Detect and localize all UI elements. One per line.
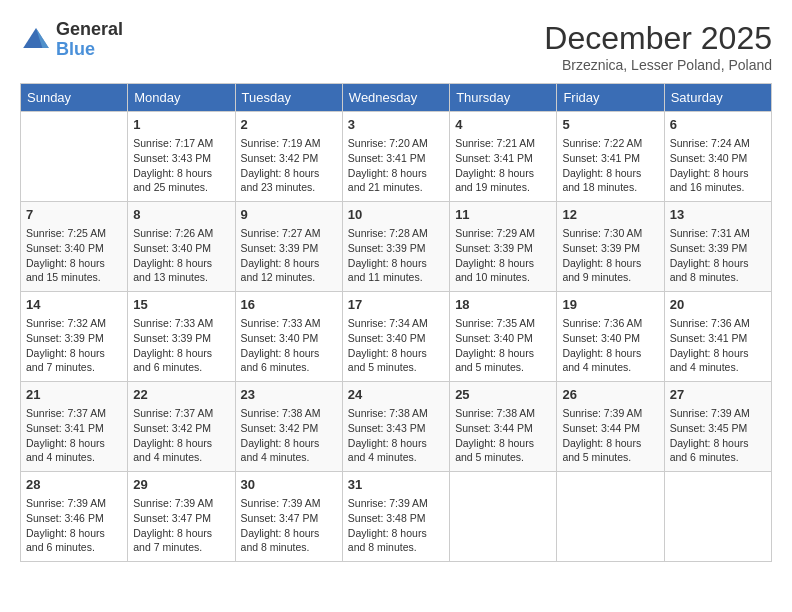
day-header-saturday: Saturday (664, 84, 771, 112)
day-info: Sunrise: 7:27 AM Sunset: 3:39 PM Dayligh… (241, 226, 337, 285)
calendar-cell: 8Sunrise: 7:26 AM Sunset: 3:40 PM Daylig… (128, 202, 235, 292)
calendar-cell: 21Sunrise: 7:37 AM Sunset: 3:41 PM Dayli… (21, 382, 128, 472)
day-number: 3 (348, 116, 444, 134)
calendar-cell: 28Sunrise: 7:39 AM Sunset: 3:46 PM Dayli… (21, 472, 128, 562)
calendar-table: SundayMondayTuesdayWednesdayThursdayFrid… (20, 83, 772, 562)
calendar-cell: 26Sunrise: 7:39 AM Sunset: 3:44 PM Dayli… (557, 382, 664, 472)
calendar-cell: 11Sunrise: 7:29 AM Sunset: 3:39 PM Dayli… (450, 202, 557, 292)
calendar-cell: 25Sunrise: 7:38 AM Sunset: 3:44 PM Dayli… (450, 382, 557, 472)
day-info: Sunrise: 7:30 AM Sunset: 3:39 PM Dayligh… (562, 226, 658, 285)
day-number: 29 (133, 476, 229, 494)
calendar-cell: 30Sunrise: 7:39 AM Sunset: 3:47 PM Dayli… (235, 472, 342, 562)
calendar-cell: 2Sunrise: 7:19 AM Sunset: 3:42 PM Daylig… (235, 112, 342, 202)
day-info: Sunrise: 7:36 AM Sunset: 3:40 PM Dayligh… (562, 316, 658, 375)
day-info: Sunrise: 7:33 AM Sunset: 3:40 PM Dayligh… (241, 316, 337, 375)
day-info: Sunrise: 7:39 AM Sunset: 3:48 PM Dayligh… (348, 496, 444, 555)
day-info: Sunrise: 7:24 AM Sunset: 3:40 PM Dayligh… (670, 136, 766, 195)
month-title: December 2025 (544, 20, 772, 57)
calendar-cell: 12Sunrise: 7:30 AM Sunset: 3:39 PM Dayli… (557, 202, 664, 292)
location-subtitle: Brzeznica, Lesser Poland, Poland (544, 57, 772, 73)
calendar-cell: 4Sunrise: 7:21 AM Sunset: 3:41 PM Daylig… (450, 112, 557, 202)
day-number: 27 (670, 386, 766, 404)
day-info: Sunrise: 7:22 AM Sunset: 3:41 PM Dayligh… (562, 136, 658, 195)
day-info: Sunrise: 7:20 AM Sunset: 3:41 PM Dayligh… (348, 136, 444, 195)
calendar-cell: 20Sunrise: 7:36 AM Sunset: 3:41 PM Dayli… (664, 292, 771, 382)
day-header-wednesday: Wednesday (342, 84, 449, 112)
day-number: 28 (26, 476, 122, 494)
day-number: 17 (348, 296, 444, 314)
day-info: Sunrise: 7:29 AM Sunset: 3:39 PM Dayligh… (455, 226, 551, 285)
calendar-cell: 5Sunrise: 7:22 AM Sunset: 3:41 PM Daylig… (557, 112, 664, 202)
day-info: Sunrise: 7:31 AM Sunset: 3:39 PM Dayligh… (670, 226, 766, 285)
day-info: Sunrise: 7:32 AM Sunset: 3:39 PM Dayligh… (26, 316, 122, 375)
day-info: Sunrise: 7:37 AM Sunset: 3:41 PM Dayligh… (26, 406, 122, 465)
day-info: Sunrise: 7:38 AM Sunset: 3:42 PM Dayligh… (241, 406, 337, 465)
calendar-cell: 1Sunrise: 7:17 AM Sunset: 3:43 PM Daylig… (128, 112, 235, 202)
day-number: 9 (241, 206, 337, 224)
day-info: Sunrise: 7:21 AM Sunset: 3:41 PM Dayligh… (455, 136, 551, 195)
day-info: Sunrise: 7:39 AM Sunset: 3:44 PM Dayligh… (562, 406, 658, 465)
calendar-cell: 6Sunrise: 7:24 AM Sunset: 3:40 PM Daylig… (664, 112, 771, 202)
calendar-cell (450, 472, 557, 562)
calendar-week-row: 14Sunrise: 7:32 AM Sunset: 3:39 PM Dayli… (21, 292, 772, 382)
page-header: General Blue December 2025 Brzeznica, Le… (20, 20, 772, 73)
day-info: Sunrise: 7:36 AM Sunset: 3:41 PM Dayligh… (670, 316, 766, 375)
day-header-thursday: Thursday (450, 84, 557, 112)
day-number: 24 (348, 386, 444, 404)
day-info: Sunrise: 7:38 AM Sunset: 3:44 PM Dayligh… (455, 406, 551, 465)
day-info: Sunrise: 7:38 AM Sunset: 3:43 PM Dayligh… (348, 406, 444, 465)
day-number: 25 (455, 386, 551, 404)
calendar-cell (21, 112, 128, 202)
day-number: 11 (455, 206, 551, 224)
calendar-header-row: SundayMondayTuesdayWednesdayThursdayFrid… (21, 84, 772, 112)
day-number: 6 (670, 116, 766, 134)
day-number: 18 (455, 296, 551, 314)
day-info: Sunrise: 7:39 AM Sunset: 3:47 PM Dayligh… (241, 496, 337, 555)
calendar-cell: 16Sunrise: 7:33 AM Sunset: 3:40 PM Dayli… (235, 292, 342, 382)
calendar-cell: 29Sunrise: 7:39 AM Sunset: 3:47 PM Dayli… (128, 472, 235, 562)
calendar-cell: 17Sunrise: 7:34 AM Sunset: 3:40 PM Dayli… (342, 292, 449, 382)
calendar-cell: 15Sunrise: 7:33 AM Sunset: 3:39 PM Dayli… (128, 292, 235, 382)
logo-icon (20, 24, 52, 56)
day-info: Sunrise: 7:26 AM Sunset: 3:40 PM Dayligh… (133, 226, 229, 285)
day-info: Sunrise: 7:35 AM Sunset: 3:40 PM Dayligh… (455, 316, 551, 375)
calendar-cell: 10Sunrise: 7:28 AM Sunset: 3:39 PM Dayli… (342, 202, 449, 292)
day-info: Sunrise: 7:28 AM Sunset: 3:39 PM Dayligh… (348, 226, 444, 285)
day-number: 1 (133, 116, 229, 134)
calendar-cell: 27Sunrise: 7:39 AM Sunset: 3:45 PM Dayli… (664, 382, 771, 472)
day-header-tuesday: Tuesday (235, 84, 342, 112)
day-header-sunday: Sunday (21, 84, 128, 112)
day-number: 20 (670, 296, 766, 314)
calendar-cell: 19Sunrise: 7:36 AM Sunset: 3:40 PM Dayli… (557, 292, 664, 382)
day-number: 14 (26, 296, 122, 314)
day-number: 15 (133, 296, 229, 314)
day-number: 8 (133, 206, 229, 224)
day-number: 26 (562, 386, 658, 404)
calendar-week-row: 28Sunrise: 7:39 AM Sunset: 3:46 PM Dayli… (21, 472, 772, 562)
day-number: 2 (241, 116, 337, 134)
day-info: Sunrise: 7:39 AM Sunset: 3:45 PM Dayligh… (670, 406, 766, 465)
day-info: Sunrise: 7:17 AM Sunset: 3:43 PM Dayligh… (133, 136, 229, 195)
title-block: December 2025 Brzeznica, Lesser Poland, … (544, 20, 772, 73)
day-number: 4 (455, 116, 551, 134)
day-number: 12 (562, 206, 658, 224)
calendar-cell (664, 472, 771, 562)
calendar-cell: 31Sunrise: 7:39 AM Sunset: 3:48 PM Dayli… (342, 472, 449, 562)
day-number: 13 (670, 206, 766, 224)
calendar-cell: 13Sunrise: 7:31 AM Sunset: 3:39 PM Dayli… (664, 202, 771, 292)
calendar-cell: 24Sunrise: 7:38 AM Sunset: 3:43 PM Dayli… (342, 382, 449, 472)
day-number: 21 (26, 386, 122, 404)
day-number: 22 (133, 386, 229, 404)
calendar-week-row: 7Sunrise: 7:25 AM Sunset: 3:40 PM Daylig… (21, 202, 772, 292)
calendar-cell: 9Sunrise: 7:27 AM Sunset: 3:39 PM Daylig… (235, 202, 342, 292)
day-number: 23 (241, 386, 337, 404)
day-number: 31 (348, 476, 444, 494)
calendar-week-row: 1Sunrise: 7:17 AM Sunset: 3:43 PM Daylig… (21, 112, 772, 202)
calendar-cell: 22Sunrise: 7:37 AM Sunset: 3:42 PM Dayli… (128, 382, 235, 472)
day-info: Sunrise: 7:34 AM Sunset: 3:40 PM Dayligh… (348, 316, 444, 375)
day-number: 10 (348, 206, 444, 224)
day-number: 5 (562, 116, 658, 134)
day-number: 19 (562, 296, 658, 314)
logo: General Blue (20, 20, 123, 60)
logo-text: General Blue (56, 20, 123, 60)
